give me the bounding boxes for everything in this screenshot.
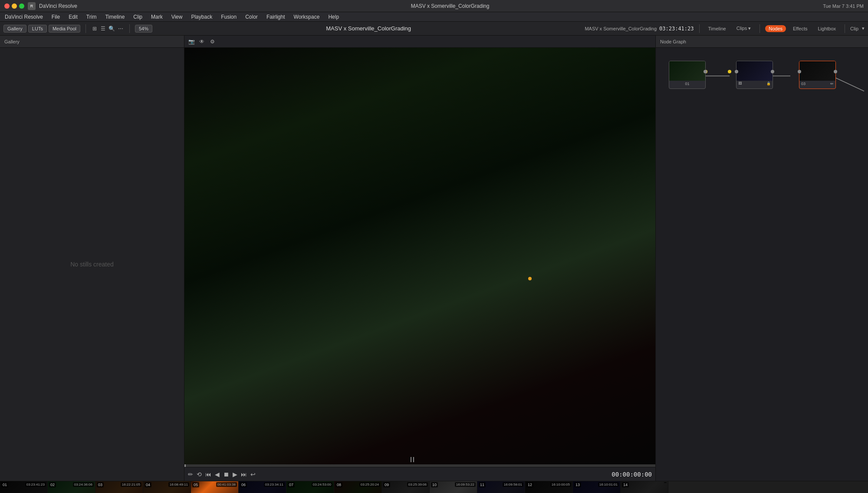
view-icon[interactable]: 👁 [198, 38, 205, 45]
clip-item-02[interactable]: H.264 High 4:2:2 LS.1 02 03:24:36:06 [48, 481, 95, 493]
menu-color[interactable]: Color [244, 14, 259, 20]
grid-icon[interactable]: ⊞ [91, 25, 98, 32]
menu-file[interactable]: File [50, 14, 61, 20]
skip-back-icon[interactable]: ⏮ [205, 471, 211, 478]
clip-item-05[interactable]: H.264 High 4:2:2 LS.2 05 00:41:03:38 [191, 481, 239, 493]
viewer-canvas[interactable] [184, 48, 655, 464]
step-back-icon[interactable]: ◀ [215, 471, 220, 478]
node-02-out[interactable] [771, 70, 774, 73]
menu-mark[interactable]: Mark [150, 14, 164, 20]
clip-item-12[interactable]: H.264 High 4:2:2 LS.1 12 16:10:00:05 [525, 481, 573, 493]
clip-item-08[interactable]: H.264 High 4:2:2 LS.1 08 03:25:20:24 [334, 481, 382, 493]
gallery-header: Gallery [0, 36, 184, 48]
menu-timeline[interactable]: Timeline [104, 14, 126, 20]
pencil-icon[interactable]: ✏ [188, 471, 193, 478]
node-01-out[interactable] [704, 70, 707, 73]
viewer-panel: 📷 👁 ⚙ ✏ ⟲ ⏮ ◀ [184, 36, 655, 481]
menu-fairlight[interactable]: Fairlight [265, 14, 286, 20]
maximize-button[interactable] [19, 3, 24, 9]
clips-tab[interactable]: Clips ▾ [733, 25, 755, 32]
clip-num-14: 14 [622, 482, 629, 487]
clip-time-10: 16:09:53:22 [455, 482, 476, 487]
clip-item-14[interactable]: Compound 14 [621, 481, 668, 493]
zoom-dropdown[interactable]: 54% [135, 25, 152, 33]
clip-num-03: 03 [97, 482, 104, 487]
clip-num-04: 04 [145, 482, 151, 487]
list-icon[interactable]: ☰ [100, 25, 107, 32]
clip-num-11: 11 [479, 482, 486, 487]
stop-icon[interactable]: ⏹ [223, 471, 229, 478]
effects-tab[interactable]: Effects [789, 25, 811, 32]
search-icon[interactable]: 🔍 [108, 25, 115, 32]
skip-forward-icon[interactable]: ⏭ [241, 471, 247, 478]
timecode-area: MASV x Somerville_ColorGrading 03:23:41:… [585, 26, 694, 32]
traffic-lights [4, 3, 24, 9]
gallery-panel: Gallery No stills created [0, 36, 184, 481]
media-pool-button[interactable]: Media Pool [49, 25, 80, 33]
node-01[interactable]: 01 [669, 61, 706, 89]
clip-item-10[interactable]: H.264 High 4:2:2 LS.1 10 16:09:53:22 [430, 481, 477, 493]
timeline-playhead[interactable] [184, 464, 186, 467]
clip-time-07: 03:24:53:00 [312, 482, 332, 487]
menu-davinci[interactable]: DaVinci Resolve [3, 14, 44, 20]
menu-workspace[interactable]: Workspace [293, 14, 321, 20]
menu-edit[interactable]: Edit [67, 14, 79, 20]
clip-item-07[interactable]: H.264 High 4:2:2 LS.1 07 03:24:53:00 [286, 481, 334, 493]
viewer-image [184, 48, 655, 464]
close-button[interactable] [4, 3, 10, 9]
clip-time-03: 16:22:21:05 [121, 482, 141, 487]
menu-trim[interactable]: Trim [85, 14, 98, 20]
play-icon[interactable]: ▶ [233, 471, 237, 478]
luts-button[interactable]: LUTs [28, 25, 47, 33]
playhead-indicator [411, 457, 414, 462]
flag-icon[interactable]: ⟲ [197, 471, 202, 478]
cam-icon[interactable]: 📷 [188, 38, 195, 45]
title-bar-left: R DaVinci Resolve [4, 2, 77, 10]
svg-line-2 [832, 76, 864, 91]
node-03-label: 03✏ [799, 81, 835, 87]
node-02[interactable]: 🖼🔒 [736, 61, 773, 89]
node-03[interactable]: 03✏ [799, 61, 836, 89]
clip-time-02: 03:24:36:06 [73, 482, 94, 487]
node-03-in[interactable] [798, 70, 801, 73]
menu-playback[interactable]: Playback [190, 14, 214, 20]
toolbar-left: Gallery LUTs Media Pool [3, 25, 80, 33]
title-bar-right: Tue Mar 7 3:41 PM [823, 3, 864, 9]
clip-item-06[interactable]: H.264 High 4:2:2 LS.1 06 03:23:34:11 [239, 481, 286, 493]
clip-item-13[interactable]: H.264 High 4:2:2 LS.1 13 16:10:01:01 [573, 481, 621, 493]
timeline-tab[interactable]: Timeline [705, 25, 730, 32]
node-02-in[interactable] [735, 70, 738, 73]
clip-item-04[interactable]: H.264 High 4:2:2 LS.1 04 16:08:49:11 [143, 481, 191, 493]
more-icon[interactable]: ⋯ [117, 25, 124, 32]
gallery-button[interactable]: Gallery [3, 25, 26, 33]
clip-item-11[interactable]: H.264 High 4:2:2 LS.1 11 16:09:58:01 [477, 481, 525, 493]
clip-num-10: 10 [431, 482, 438, 487]
minimize-button[interactable] [12, 3, 17, 9]
nodes-tab[interactable]: Nodes [765, 25, 786, 32]
main-area: Gallery No stills created 📷 👁 ⚙ [0, 36, 868, 481]
menu-view[interactable]: View [170, 14, 184, 20]
clip-num-02: 02 [49, 482, 56, 487]
timecode-display: 00:00:00:00 [612, 471, 652, 478]
clip-num-07: 07 [288, 482, 295, 487]
toolbar-sep5 [845, 24, 845, 33]
clip-dropdown-icon[interactable]: ▾ [862, 26, 865, 31]
viewer-controls: ✏ ⟲ ⏮ ◀ ⏹ ▶ ⏭ ↩ 00:00:00:00 [184, 467, 655, 481]
clip-item-01[interactable]: H.264 High 4:2:2 LS.1 01 03:23:41:23 [0, 481, 48, 493]
lightbox-tab[interactable]: Lightbox [814, 25, 839, 32]
settings-icon[interactable]: ⚙ [209, 38, 216, 45]
clip-time-09: 03:25:39:06 [407, 482, 428, 487]
clip-item-09[interactable]: H.264 High 4:2:2 LS.1 09 03:25:39:06 [382, 481, 430, 493]
node-canvas[interactable]: 01 🖼🔒 03✏ [656, 48, 868, 135]
menu-fusion[interactable]: Fusion [220, 14, 238, 20]
gallery-title: Gallery [4, 39, 20, 44]
clip-item-03[interactable]: H.264 High 4:2:2 LS.1 03 16:22:21:05 [95, 481, 143, 493]
menu-clip[interactable]: Clip [132, 14, 144, 20]
project-title: MASV x Somerville_ColorGrading [156, 25, 581, 32]
loop-icon[interactable]: ↩ [250, 471, 256, 478]
clip-time-06: 03:23:34:11 [264, 482, 285, 487]
viewer-timeline[interactable] [184, 464, 655, 467]
node-03-out[interactable] [834, 70, 837, 73]
clip-num-05: 05 [192, 482, 199, 487]
menu-help[interactable]: Help [327, 14, 340, 20]
